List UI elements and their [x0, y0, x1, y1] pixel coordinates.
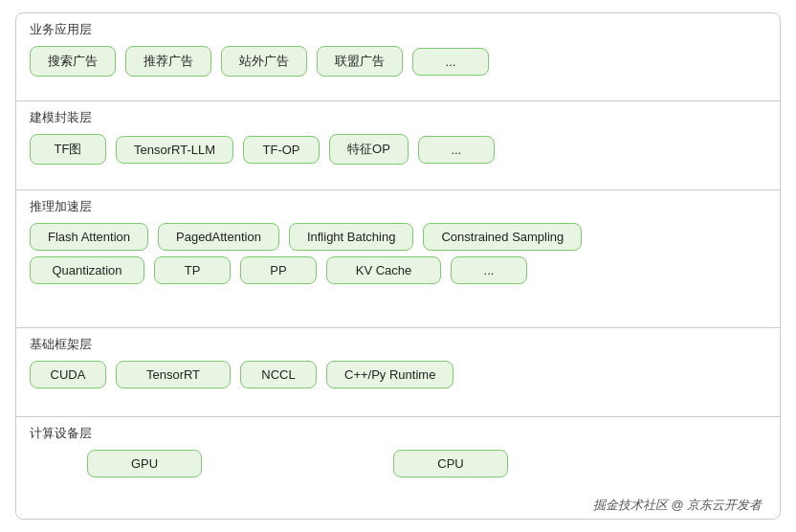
chip-more-modeling: ... [418, 136, 495, 164]
layer-framework: 基础框架层 CUDA TensorRT NCCL C++/Py Runtime [16, 328, 780, 416]
layer-inference-title: 推理加速层 [30, 198, 766, 215]
layer-framework-chips: CUDA TensorRT NCCL C++/Py Runtime [30, 361, 766, 388]
diagram-container: 业务应用层 搜索广告 推荐广告 站外广告 联盟广告 ... 建模封装层 TF图 … [15, 12, 781, 520]
layer-business-title: 业务应用层 [30, 21, 766, 38]
layer-business: 业务应用层 搜索广告 推荐广告 站外广告 联盟广告 ... [16, 13, 780, 101]
chip-cpu: CPU [393, 450, 508, 477]
chip-flash-attention: Flash Attention [30, 223, 148, 251]
chip-constrained-sampling: Constrained Sampling [423, 223, 582, 251]
chip-more-business: ... [412, 48, 489, 76]
chip-search-ad: 搜索广告 [30, 46, 116, 77]
chip-more-inference: ... [451, 256, 527, 284]
layer-modeling-title: 建模封装层 [30, 109, 766, 126]
chip-feature-op: 特征OP [329, 134, 409, 165]
chip-kv-cache: KV Cache [326, 256, 441, 284]
chip-gpu: GPU [87, 450, 202, 477]
chip-recommend-ad: 推荐广告 [125, 46, 211, 77]
layer-modeling: 建模封装层 TF图 TensorRT-LLM TF-OP 特征OP ... [16, 101, 780, 189]
layer-inference-chips-row1: Flash Attention PagedAttention Inflight … [30, 223, 766, 251]
chip-tp: TP [154, 256, 231, 284]
chip-offsite-ad: 站外广告 [221, 46, 307, 77]
chip-tensorrt: TensorRT [116, 361, 231, 388]
chip-inflight-batching: Inflight Batching [289, 223, 414, 251]
chip-cuda: CUDA [30, 361, 106, 388]
chip-tensorrt-llm: TensorRT-LLM [116, 136, 233, 164]
layer-framework-title: 基础框架层 [30, 336, 766, 353]
chip-quantization: Quantization [30, 256, 144, 284]
layer-compute-chips: GPU CPU [30, 450, 766, 477]
chip-nccl: NCCL [240, 361, 317, 388]
layer-inference-chips-row2: Quantization TP PP KV Cache ... [30, 256, 766, 284]
layer-business-chips: 搜索广告 推荐广告 站外广告 联盟广告 ... [30, 46, 766, 77]
chip-tfop: TF-OP [243, 136, 320, 164]
layer-inference: 推理加速层 Flash Attention PagedAttention Inf… [16, 190, 780, 329]
chip-tfgraph: TF图 [30, 134, 106, 165]
chip-paged-attention: PagedAttention [158, 223, 279, 251]
architecture-diagram: 业务应用层 搜索广告 推荐广告 站外广告 联盟广告 ... 建模封装层 TF图 … [15, 12, 781, 520]
chip-pp: PP [240, 256, 317, 284]
layer-modeling-chips: TF图 TensorRT-LLM TF-OP 特征OP ... [30, 134, 766, 165]
chip-cpp-py-runtime: C++/Py Runtime [326, 361, 453, 388]
layer-compute-title: 计算设备层 [30, 425, 766, 442]
chip-alliance-ad: 联盟广告 [317, 46, 403, 77]
watermark: 掘金技术社区 @ 京东云开发者 [593, 497, 762, 514]
